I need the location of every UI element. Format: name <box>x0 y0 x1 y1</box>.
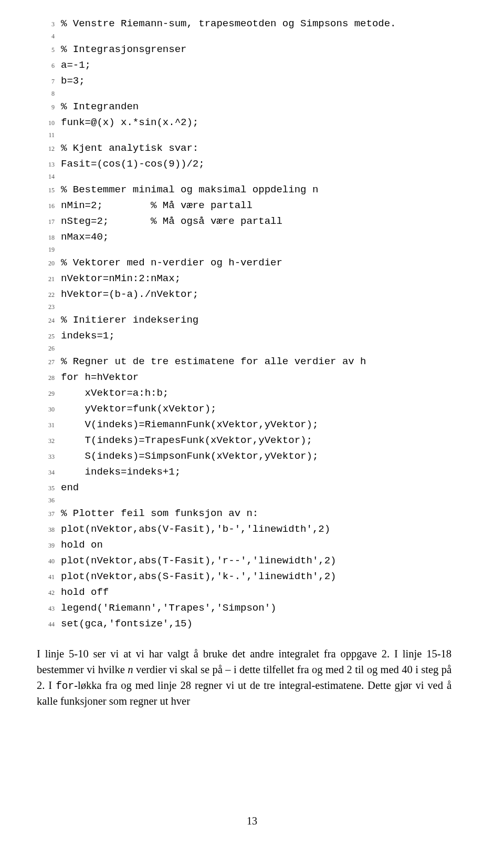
code-line: 41plot(nVektor,abs(S-Fasit),'k-.','linew… <box>37 569 452 584</box>
line-number: 26 <box>37 344 61 354</box>
code-text: indeks=1; <box>61 328 115 344</box>
line-number: 10 <box>37 118 61 128</box>
code-text: hold off <box>61 584 109 600</box>
code-line: 3% Venstre Riemann-sum, trapesmeotden og… <box>37 16 452 32</box>
code-line: 43legend('Riemann','Trapes','Simpson') <box>37 600 452 616</box>
line-number: 16 <box>37 201 61 211</box>
page-number: 13 <box>0 815 504 827</box>
code-line: 35end <box>37 480 452 496</box>
line-number: 42 <box>37 588 61 598</box>
code-line: 13Fasit=(cos(1)-cos(9))/2; <box>37 156 452 172</box>
line-number: 5 <box>37 45 61 55</box>
line-number: 35 <box>37 483 61 493</box>
line-number: 22 <box>37 290 61 300</box>
code-text: S(indeks)=SimpsonFunk(xVektor,yVektor); <box>61 448 318 464</box>
line-number: 19 <box>37 245 61 255</box>
line-number: 33 <box>37 452 61 462</box>
line-number: 9 <box>37 102 61 112</box>
code-line: 10funk=@(x) x.*sin(x.^2); <box>37 115 452 130</box>
code-text: % Plotter feil som funksjon av n: <box>61 506 258 521</box>
code-text: xVektor=a:h:b; <box>61 385 169 401</box>
line-number: 29 <box>37 389 61 399</box>
line-number: 32 <box>37 436 61 446</box>
line-number: 17 <box>37 217 61 227</box>
code-text: plot(nVektor,abs(V-Fasit),'b-','linewidt… <box>61 521 330 537</box>
keyword-for: for <box>56 681 74 692</box>
code-line: 8 <box>37 89 452 99</box>
line-number: 4 <box>37 32 61 42</box>
line-number: 12 <box>37 144 61 154</box>
line-number: 44 <box>37 620 61 630</box>
code-text: a=-1; <box>61 57 91 73</box>
code-text: % Initierer indeksering <box>61 312 198 328</box>
code-text: nMin=2; % Må være partall <box>61 198 253 213</box>
code-text: plot(nVektor,abs(T-Fasit),'r--','linewid… <box>61 553 337 569</box>
code-text: T(indeks)=TrapesFunk(xVektor,yVektor); <box>61 432 312 448</box>
code-line: 38plot(nVektor,abs(V-Fasit),'b-','linewi… <box>37 521 452 537</box>
code-text: yVektor=funk(xVektor); <box>61 401 216 417</box>
code-line: 12% Kjent analytisk svar: <box>37 140 452 156</box>
code-line: 28for h=hVektor <box>37 369 452 385</box>
code-line: 7b=3; <box>37 73 452 89</box>
line-number: 14 <box>37 172 61 182</box>
code-text: % Bestemmer minimal og maksimal oppdelin… <box>61 182 318 198</box>
line-number: 25 <box>37 332 61 342</box>
code-text: indeks=indeks+1; <box>61 464 181 480</box>
line-number: 39 <box>37 541 61 551</box>
code-text: hold on <box>61 537 103 553</box>
line-number: 28 <box>37 373 61 383</box>
code-line: 11 <box>37 130 452 140</box>
code-line: 21nVektor=nMin:2:nMax; <box>37 271 452 286</box>
code-line: 40plot(nVektor,abs(T-Fasit),'r--','linew… <box>37 553 452 569</box>
code-line: 29 xVektor=a:h:b; <box>37 385 452 401</box>
line-number: 24 <box>37 316 61 326</box>
variable-n: n <box>128 664 133 675</box>
line-number: 38 <box>37 525 61 535</box>
code-line: 42hold off <box>37 584 452 600</box>
code-line: 31 V(indeks)=RiemannFunk(xVektor,yVektor… <box>37 417 452 432</box>
line-number: 21 <box>37 274 61 284</box>
code-line: 4 <box>37 32 452 42</box>
line-number: 7 <box>37 77 61 87</box>
line-number: 11 <box>37 130 61 140</box>
line-number: 15 <box>37 186 61 195</box>
code-text: end <box>61 480 79 496</box>
line-number: 18 <box>37 233 61 243</box>
code-line: 5% Integrasjonsgrenser <box>37 42 452 57</box>
code-line: 39hold on <box>37 537 452 553</box>
code-text: % Regner ut de tre estimatene for alle v… <box>61 354 366 369</box>
code-text: plot(nVektor,abs(S-Fasit),'k-.','linewid… <box>61 569 337 584</box>
code-text: hVektor=(b-a)./nVektor; <box>61 286 198 302</box>
code-text: set(gca,'fontsize',15) <box>61 616 193 632</box>
code-text: % Vektorer med n-verdier og h-verdier <box>61 255 282 271</box>
code-text: V(indeks)=RiemannFunk(xVektor,yVektor); <box>61 417 318 432</box>
code-text: % Kjent analytisk svar: <box>61 140 198 156</box>
code-line: 20% Vektorer med n-verdier og h-verdier <box>37 255 452 271</box>
code-line: 26 <box>37 344 452 354</box>
line-number: 20 <box>37 259 61 269</box>
code-text: % Integranden <box>61 99 139 115</box>
code-line: 23 <box>37 302 452 312</box>
code-text: funk=@(x) x.*sin(x.^2); <box>61 115 198 130</box>
code-line: 6a=-1; <box>37 57 452 73</box>
line-number: 37 <box>37 509 61 519</box>
line-number: 23 <box>37 302 61 312</box>
code-line: 32 T(indeks)=TrapesFunk(xVektor,yVektor)… <box>37 432 452 448</box>
line-number: 30 <box>37 405 61 415</box>
code-line: 19 <box>37 245 452 255</box>
code-text: nVektor=nMin:2:nMax; <box>61 271 181 286</box>
line-number: 31 <box>37 420 61 430</box>
line-number: 40 <box>37 557 61 566</box>
line-number: 3 <box>37 19 61 29</box>
code-line: 24% Initierer indeksering <box>37 312 452 328</box>
code-line: 34 indeks=indeks+1; <box>37 464 452 480</box>
code-line: 30 yVektor=funk(xVektor); <box>37 401 452 417</box>
code-line: 37% Plotter feil som funksjon av n: <box>37 506 452 521</box>
line-number: 34 <box>37 468 61 478</box>
line-number: 41 <box>37 572 61 582</box>
line-number: 8 <box>37 89 61 99</box>
line-number: 6 <box>37 61 61 71</box>
code-text: % Integrasjonsgrenser <box>61 42 186 57</box>
code-line: 17nSteg=2; % Må også være partall <box>37 213 452 229</box>
code-line: 44set(gca,'fontsize',15) <box>37 616 452 632</box>
